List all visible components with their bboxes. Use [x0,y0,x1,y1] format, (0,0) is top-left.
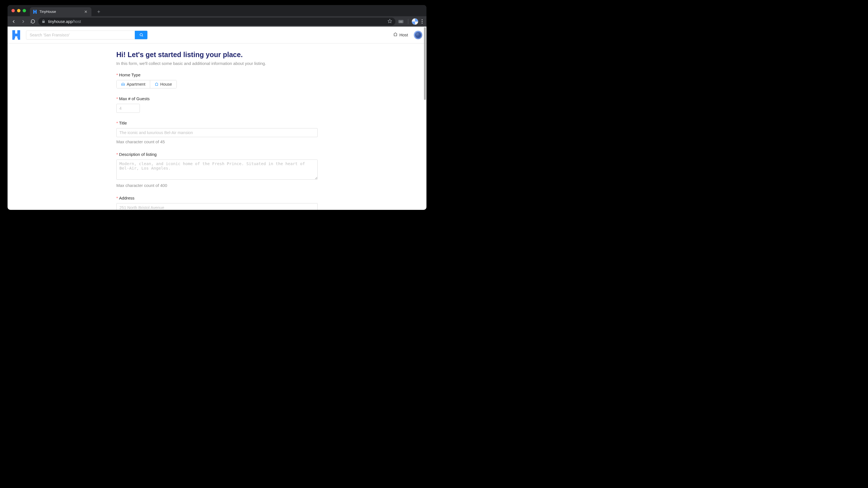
back-button[interactable] [10,18,18,26]
url-field[interactable]: tinyhouse.app/host [38,18,395,26]
url-text: tinyhouse.app/host [48,19,385,24]
label-guests: *Max # of Guests [116,96,318,101]
description-input[interactable] [116,160,318,180]
apartment-icon [121,82,125,86]
address-input[interactable] [116,203,318,210]
title-help: Max character count of 45 [116,139,318,144]
host-link[interactable]: Host [393,32,408,37]
app-logo[interactable] [11,30,21,40]
favicon-icon [33,9,37,14]
required-asterisk: * [116,96,118,101]
url-path: /host [72,19,81,24]
description-help: Max character count of 400 [116,183,318,188]
maximize-window-button[interactable] [23,9,26,12]
new-tab-button[interactable]: ＋ [95,7,103,16]
browser-window: TinyHouse ✕ ＋ tinyhouse.app/host (a) [7,5,427,210]
page-subtitle: In this form, we'll collect some basic a… [116,61,318,66]
label-text: Home Type [119,73,141,77]
host-link-label: Host [399,32,408,37]
form-item-title: *Title Max character count of 45 [116,121,318,144]
required-asterisk: * [116,196,118,200]
app-header: Host [7,27,427,44]
label-text: Max # of Guests [119,96,150,101]
home-icon [393,32,398,37]
page-viewport: Host Hi! Let's get started listing your … [7,27,427,210]
forward-button[interactable] [19,18,27,26]
form-item-home-type: *Home Type Apartment House [116,73,318,88]
svg-point-6 [140,34,142,36]
reload-button[interactable] [29,18,37,26]
svg-rect-5 [12,34,20,36]
page-title: Hi! Let's get started listing your place… [116,51,318,59]
tab-title: TinyHouse [39,10,81,14]
address-bar: tinyhouse.app/host (a) [7,16,427,27]
label-title: *Title [116,121,318,125]
title-input[interactable] [116,128,318,137]
home-type-radio-group: Apartment House [116,80,177,88]
radio-label: Apartment [127,82,146,86]
bookmark-star-icon[interactable] [388,19,392,24]
label-text: Description of listing [119,152,157,157]
guests-input[interactable] [116,104,140,113]
tab-bar: TinyHouse ✕ ＋ [7,5,427,16]
house-icon [155,82,159,86]
url-host: tinyhouse.app [48,19,72,24]
form-item-guests: *Max # of Guests [116,96,318,113]
window-controls [11,9,26,12]
required-asterisk: * [116,73,118,77]
close-tab-button[interactable]: ✕ [83,9,89,14]
browser-menu-button[interactable] [420,19,424,24]
search-input[interactable] [26,33,135,37]
user-avatar[interactable] [413,30,423,39]
header-right: Host [393,30,423,39]
minimize-window-button[interactable] [17,9,21,12]
form-item-description: *Description of listing Max character co… [116,152,318,188]
label-home-type: *Home Type [116,73,318,77]
browser-tab[interactable]: TinyHouse ✕ [30,7,91,16]
form-item-address: *Address [116,196,318,210]
search-button[interactable] [135,30,148,39]
required-asterisk: * [116,152,118,157]
radio-apartment[interactable]: Apartment [117,80,150,88]
required-asterisk: * [116,121,118,125]
label-text: Title [119,121,127,125]
scrollbar[interactable] [424,27,426,100]
label-description: *Description of listing [116,152,318,157]
radio-label: House [160,82,172,86]
content: Hi! Let's get started listing your place… [116,44,318,210]
label-address: *Address [116,196,318,200]
browser-profile-avatar[interactable] [412,18,418,25]
close-window-button[interactable] [11,9,15,12]
extension-badge[interactable]: (a) [398,20,404,23]
svg-rect-2 [33,11,37,12]
radio-house[interactable]: House [150,80,177,88]
lock-icon [42,20,45,23]
label-text: Address [119,196,134,200]
separator [408,19,408,24]
search-wrap [26,30,148,39]
